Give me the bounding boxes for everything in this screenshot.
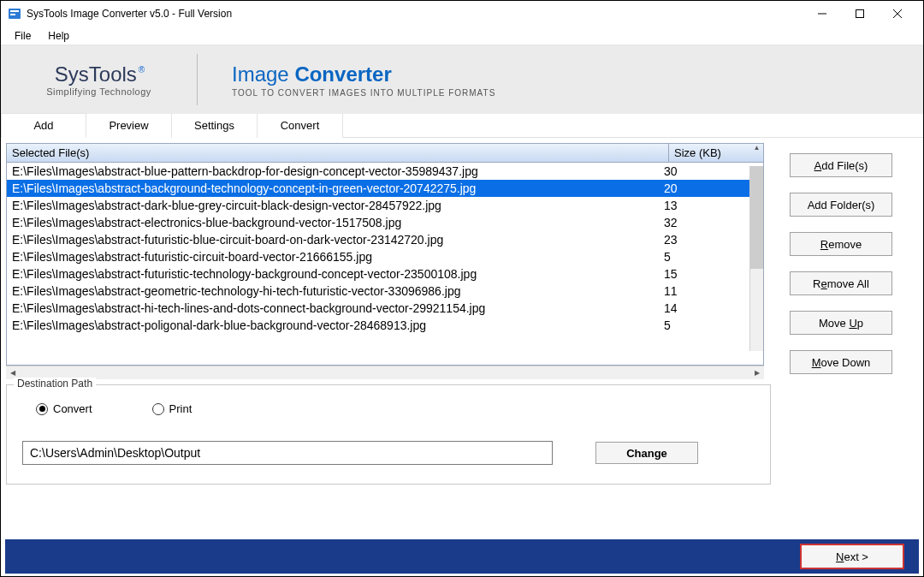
radio-convert[interactable]: Convert [36, 402, 92, 415]
file-size-cell: 5 [664, 318, 758, 332]
radio-icon [152, 403, 164, 415]
radio-icon [36, 403, 48, 415]
side-buttons: Add File(s) Add Folder(s) Remove Remove … [764, 143, 918, 379]
file-size-cell: 20 [664, 181, 758, 195]
file-size-cell: 30 [664, 164, 758, 178]
radio-row: Convert Print [36, 402, 755, 415]
scroll-thumb[interactable] [750, 166, 763, 269]
file-size-cell: 32 [664, 216, 758, 229]
radio-print-label: Print [169, 402, 192, 415]
logo-block: SysTools® Simplifying Technology [1, 54, 198, 105]
table-body[interactable]: E:\Files\Images\abstract-blue-pattern-ba… [7, 163, 763, 365]
file-size-cell: 14 [664, 301, 758, 315]
file-name-cell: E:\Files\Images\abstract-dark-blue-grey-… [12, 199, 664, 212]
add-folders-button[interactable]: Add Folder(s) [790, 193, 892, 217]
destination-group: Destination Path Convert Print Change [6, 384, 771, 485]
horizontal-scrollbar[interactable]: ◀ ▶ [6, 366, 764, 379]
svg-rect-2 [10, 14, 15, 15]
table-row[interactable]: E:\Files\Images\abstract-poligonal-dark-… [7, 317, 763, 334]
svg-rect-1 [10, 10, 19, 12]
file-size-cell: 13 [664, 199, 758, 212]
main-area: Selected File(s) Size (KB) E:\Files\Imag… [1, 138, 923, 379]
table-row[interactable]: E:\Files\Images\abstract-electronics-blu… [7, 214, 763, 231]
menubar: File Help [1, 27, 923, 45]
move-up-button[interactable]: Move Up [790, 311, 892, 335]
change-button[interactable]: Change [595, 442, 698, 464]
file-size-cell: 23 [664, 233, 758, 247]
vertical-scrollbar[interactable] [749, 166, 763, 351]
logo-subtitle: Simplifying Technology [46, 86, 151, 97]
add-files-button[interactable]: Add File(s) [790, 153, 892, 177]
product-title-bold: Converter [294, 62, 391, 86]
close-button[interactable] [879, 1, 916, 27]
tab-add[interactable]: Add [1, 113, 86, 138]
table-row[interactable]: E:\Files\Images\abstract-dark-blue-grey-… [7, 197, 763, 214]
logo-text: SysTools® [55, 62, 143, 86]
file-name-cell: E:\Files\Images\abstract-hi-tech-lines-a… [12, 301, 664, 315]
table-row[interactable]: E:\Files\Images\abstract-futuristic-blue… [7, 231, 763, 248]
table-row[interactable]: E:\Files\Images\abstract-background-tech… [7, 180, 763, 197]
file-size-cell: 11 [664, 284, 758, 298]
next-button[interactable]: Next > [801, 544, 903, 568]
radio-convert-label: Convert [53, 402, 92, 415]
window-title: SysTools Image Converter v5.0 - Full Ver… [27, 8, 232, 20]
product-title: Image Converter [232, 62, 495, 86]
column-header-name[interactable]: Selected File(s) [7, 144, 669, 162]
titlebar: SysTools Image Converter v5.0 - Full Ver… [1, 1, 923, 27]
remove-button[interactable]: Remove [790, 232, 892, 256]
move-down-button[interactable]: Move Down [790, 350, 892, 374]
file-table: Selected File(s) Size (KB) E:\Files\Imag… [6, 143, 764, 366]
logo-name: SysTools [55, 62, 137, 86]
product-block: Image Converter TOOL TO CONVERT IMAGES I… [198, 62, 495, 98]
tab-settings[interactable]: Settings [172, 114, 258, 138]
file-name-cell: E:\Files\Images\abstract-electronics-blu… [12, 216, 664, 229]
product-title-thin: Image [232, 62, 294, 86]
tabs: Add Preview Settings Convert [1, 114, 923, 138]
minimize-button[interactable] [803, 1, 841, 27]
table-row[interactable]: E:\Files\Images\abstract-blue-pattern-ba… [7, 163, 763, 180]
table-header: Selected File(s) Size (KB) [7, 144, 763, 163]
header-band: SysTools® Simplifying Technology Image C… [1, 45, 923, 114]
table-row[interactable]: E:\Files\Images\abstract-futuristic-tech… [7, 265, 763, 283]
file-pane: Selected File(s) Size (KB) E:\Files\Imag… [6, 143, 764, 379]
radio-print[interactable]: Print [152, 402, 192, 415]
menu-help[interactable]: Help [39, 28, 78, 44]
scroll-right-icon[interactable]: ▶ [750, 369, 764, 377]
menu-file[interactable]: File [6, 28, 39, 44]
destination-legend: Destination Path [14, 378, 96, 390]
app-icon [8, 7, 21, 21]
tab-convert[interactable]: Convert [258, 114, 343, 138]
product-tagline: TOOL TO CONVERT IMAGES INTO MULTIPLE FOR… [232, 88, 495, 98]
file-name-cell: E:\Files\Images\abstract-futuristic-blue… [12, 233, 664, 247]
table-row[interactable]: E:\Files\Images\abstract-hi-tech-lines-a… [7, 300, 763, 317]
file-size-cell: 5 [664, 250, 758, 264]
destination-path-input[interactable] [22, 441, 553, 465]
file-name-cell: E:\Files\Images\abstract-futuristic-tech… [12, 267, 664, 281]
maximize-button[interactable] [841, 1, 879, 27]
remove-all-button[interactable]: Remove All [790, 271, 892, 295]
footer-bar: Next > [5, 539, 919, 574]
scroll-left-icon[interactable]: ◀ [6, 369, 20, 377]
registered-icon: ® [139, 65, 145, 74]
file-size-cell: 15 [664, 267, 758, 281]
file-name-cell: E:\Files\Images\abstract-geometric-techn… [12, 284, 664, 298]
column-header-size[interactable]: Size (KB) [669, 144, 763, 162]
svg-rect-4 [856, 10, 864, 18]
table-row[interactable]: E:\Files\Images\abstract-futuristic-circ… [7, 248, 763, 265]
file-name-cell: E:\Files\Images\abstract-poligonal-dark-… [12, 318, 664, 332]
file-name-cell: E:\Files\Images\abstract-blue-pattern-ba… [12, 164, 664, 178]
file-name-cell: E:\Files\Images\abstract-background-tech… [12, 181, 664, 195]
table-row[interactable]: E:\Files\Images\abstract-geometric-techn… [7, 283, 763, 300]
tab-preview[interactable]: Preview [86, 114, 172, 138]
path-row: Change [22, 441, 755, 465]
file-name-cell: E:\Files\Images\abstract-futuristic-circ… [12, 250, 664, 264]
